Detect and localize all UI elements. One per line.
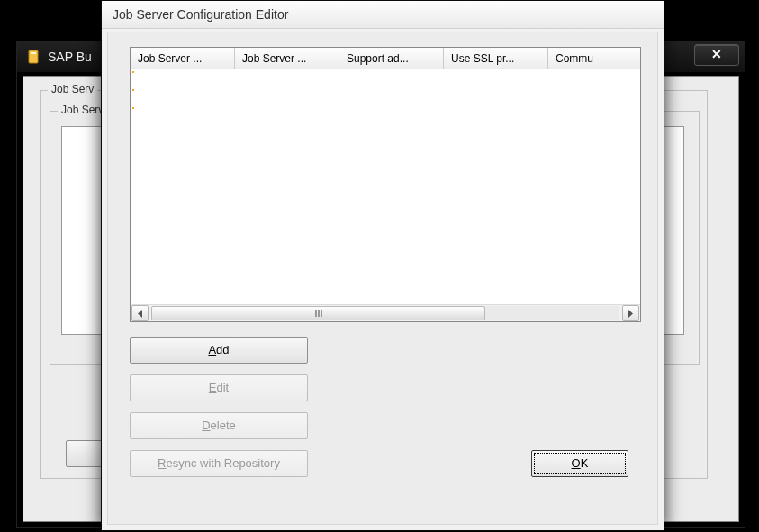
add-button-mn: A (208, 343, 216, 356)
ok-button-post: K (581, 456, 589, 470)
listview-body[interactable] (131, 69, 640, 305)
job-server-listview[interactable]: Job Server ... Job Server ... Support ad… (130, 47, 641, 322)
ok-button[interactable]: OK (531, 450, 628, 477)
delete-button: Delete (130, 412, 308, 439)
edit-button-post: dit (216, 381, 229, 394)
scroll-thumb[interactable] (151, 306, 485, 320)
scroll-right-button[interactable] (622, 305, 639, 321)
column-support-ad[interactable]: Support ad... (339, 48, 444, 69)
add-button[interactable]: Add (130, 337, 308, 364)
close-icon: ✕ (711, 47, 722, 61)
resync-button: Resync with Repository (130, 450, 308, 477)
config-editor-dialog: Job Server Configuration Editor Job Serv… (101, 0, 664, 531)
scroll-thumb-grip-icon (315, 310, 322, 317)
delete-button-mn: D (202, 419, 210, 432)
dialog-title-text: Job Server Configuration Editor (113, 7, 288, 22)
dialog-titlebar[interactable]: Job Server Configuration Editor (102, 1, 664, 29)
listview-header: Job Server ... Job Server ... Support ad… (131, 48, 640, 70)
column-job-server-1[interactable]: Job Server ... (131, 48, 235, 69)
background-title-text: SAP Bu (48, 50, 92, 64)
app-icon (26, 50, 41, 64)
scroll-left-button[interactable] (131, 305, 149, 321)
add-button-post: dd (216, 343, 229, 356)
column-commu[interactable]: Commu (548, 48, 638, 69)
ok-button-mn: O (572, 456, 581, 470)
chevron-left-icon (137, 310, 143, 318)
svg-rect-1 (31, 52, 36, 54)
column-job-server-2[interactable]: Job Server ... (235, 48, 339, 69)
delete-button-post: elete (211, 419, 236, 432)
column-use-ssl[interactable]: Use SSL pr... (444, 48, 548, 69)
chevron-right-icon (628, 310, 634, 318)
edit-button: Edit (130, 374, 308, 401)
dialog-client-area: Job Server ... Job Server ... Support ad… (107, 32, 658, 525)
background-groupbox-title: Job Serv (48, 83, 97, 95)
resync-button-post: esync with Repository (166, 456, 279, 470)
scroll-track[interactable] (151, 306, 619, 320)
background-close-button[interactable]: ✕ (694, 44, 739, 66)
listview-horizontal-scrollbar[interactable] (131, 304, 640, 321)
